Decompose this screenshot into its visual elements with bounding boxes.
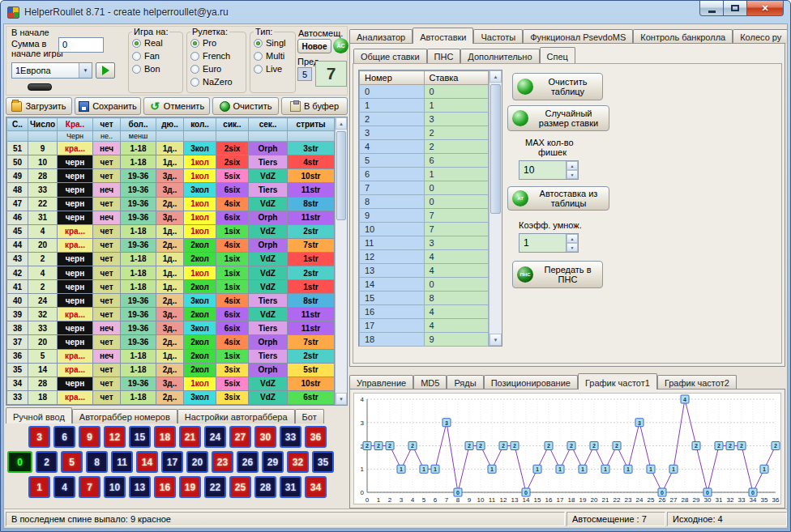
- main-tab-2[interactable]: Частоты: [473, 29, 523, 44]
- board-number-4[interactable]: 4: [53, 476, 75, 498]
- multiplier-input[interactable]: 1 ▲▼: [519, 233, 579, 253]
- board-number-26[interactable]: 26: [237, 451, 259, 473]
- chart-tab-2[interactable]: Ряды: [447, 375, 483, 389]
- radio-dot-icon[interactable]: [254, 39, 263, 48]
- radio-fan[interactable]: Fan: [132, 49, 179, 62]
- history-row[interactable]: 3932кра...чет19-363д..2кол6sixVdZ11str: [7, 308, 335, 321]
- bet-row[interactable]: 32: [360, 126, 489, 140]
- random-bet-size-button[interactable]: Случайный размер ставки: [507, 105, 609, 131]
- history-row[interactable]: 3428чернчет19-363д..1кол5sixVdZ10str: [7, 377, 335, 390]
- radio-french[interactable]: French: [190, 49, 242, 62]
- history-col-header[interactable]: сек..: [249, 118, 288, 131]
- radio-dot-icon[interactable]: [190, 65, 199, 74]
- send-to-pns-button[interactable]: ПНС Передать в ПНС: [512, 261, 603, 288]
- radio-dot-icon[interactable]: [190, 52, 199, 61]
- board-number-28[interactable]: 28: [254, 476, 276, 498]
- board-number-17[interactable]: 17: [161, 451, 183, 473]
- board-number-11[interactable]: 11: [111, 451, 133, 473]
- radio-multi[interactable]: Multi: [254, 49, 292, 62]
- bet-row[interactable]: 70: [360, 181, 489, 195]
- radio-dot-icon[interactable]: [254, 65, 263, 74]
- chart-tab-3[interactable]: Позиционирование: [484, 375, 578, 389]
- bet-row[interactable]: 61: [360, 168, 489, 181]
- board-number-27[interactable]: 27: [229, 426, 251, 448]
- board-number-34[interactable]: 34: [305, 476, 327, 498]
- main-tab-3[interactable]: Функционал PsevdoMS: [523, 29, 633, 44]
- scroll-down-button[interactable]: ▼: [490, 334, 502, 346]
- chart-tab-1[interactable]: MD5: [413, 375, 447, 389]
- scroll-thumb[interactable]: [490, 84, 501, 214]
- main-tab-4[interactable]: Контроль банкролла: [633, 29, 733, 44]
- history-row[interactable]: 4024чернчет19-362д..3кол4sixTiers8str: [7, 294, 335, 308]
- bet-row[interactable]: 140: [360, 278, 489, 292]
- radio-dot-icon[interactable]: [132, 39, 141, 48]
- radio-real[interactable]: Real: [132, 36, 179, 49]
- bets-tab-2[interactable]: Дополнительно: [460, 49, 539, 63]
- bet-row[interactable]: 11: [360, 99, 489, 113]
- board-number-6[interactable]: 6: [53, 426, 75, 448]
- board-number-22[interactable]: 22: [204, 476, 226, 498]
- radio-nazero[interactable]: NaZero: [190, 75, 242, 88]
- radio-singl[interactable]: Singl: [254, 36, 292, 49]
- radio-dot-icon[interactable]: [132, 65, 141, 74]
- history-row[interactable]: 432чернчет1-181д..2кол1sixVdZ1str: [7, 252, 335, 266]
- history-row[interactable]: 4420кра...чет19-362д..2кол4sixOrph7str: [7, 238, 335, 252]
- load-button[interactable]: Загрузить: [6, 97, 72, 115]
- board-number-1[interactable]: 1: [28, 476, 50, 498]
- history-col-header[interactable]: Число: [28, 118, 58, 131]
- input-tab-0[interactable]: Ручной ввод: [6, 407, 72, 423]
- history-col-header[interactable]: С..: [7, 118, 28, 131]
- history-scrollbar[interactable]: ▲ ▼: [335, 117, 347, 405]
- board-number-36[interactable]: 36: [305, 426, 327, 448]
- history-row[interactable]: 3318кра...чет1-182д..3кол3sixVdZ6str: [7, 390, 335, 404]
- main-tab-1[interactable]: Автоставки: [413, 28, 473, 44]
- radio-dot-icon[interactable]: [132, 52, 141, 61]
- history-col-header[interactable]: сик..: [216, 118, 249, 131]
- board-number-35[interactable]: 35: [312, 451, 334, 473]
- radio-dot-icon[interactable]: [190, 78, 199, 87]
- spin-up-icon[interactable]: ▲: [567, 234, 578, 243]
- history-row[interactable]: 365кра...неч1-181д..2кол1sixTiers2str: [7, 349, 335, 363]
- radio-live[interactable]: Live: [254, 62, 292, 75]
- board-number-7[interactable]: 7: [79, 476, 100, 498]
- start-button[interactable]: [96, 62, 115, 79]
- bet-row[interactable]: 107: [360, 223, 489, 236]
- history-row[interactable]: 519кра...неч1-181д..3кол2sixOrph3str: [7, 142, 335, 155]
- bet-row[interactable]: 56: [360, 154, 489, 168]
- bet-col-header[interactable]: Номер: [360, 71, 425, 85]
- board-number-29[interactable]: 29: [262, 451, 284, 473]
- scroll-down-button[interactable]: ▼: [336, 393, 347, 405]
- autobet-from-table-button[interactable]: АТ Автоставка из таблицы: [507, 186, 609, 211]
- bet-col-header[interactable]: Ставка: [424, 71, 489, 85]
- board-number-24[interactable]: 24: [204, 426, 226, 448]
- input-tab-2[interactable]: Настройки автограббера: [177, 409, 295, 423]
- scroll-track[interactable]: [490, 83, 502, 334]
- history-col-header[interactable]: дю..: [156, 118, 184, 131]
- collapse-pill-button[interactable]: [28, 83, 52, 91]
- undo-button[interactable]: ↺Отменить: [143, 97, 210, 115]
- clear-table-button[interactable]: Очистить таблицу: [512, 73, 603, 100]
- board-number-13[interactable]: 13: [129, 476, 151, 498]
- bet-row[interactable]: 42: [360, 140, 489, 154]
- copy-buffer-button[interactable]: В буфер: [281, 97, 348, 115]
- bet-scrollbar[interactable]: ▲ ▼: [489, 70, 502, 346]
- spin-up-icon[interactable]: ▲: [567, 161, 578, 170]
- new-button[interactable]: Новое: [297, 39, 331, 53]
- history-row[interactable]: 3833черннеч19-363д..3кол6sixTiers11str: [7, 321, 335, 335]
- bet-row[interactable]: 174: [360, 319, 489, 333]
- bets-tab-3[interactable]: Спец: [540, 47, 575, 63]
- board-number-14[interactable]: 14: [136, 451, 158, 473]
- bet-row[interactable]: 23: [360, 113, 489, 126]
- history-row[interactable]: 4928чернчет19-363д..1кол5sixVdZ10str: [7, 169, 335, 183]
- input-tab-1[interactable]: Автограббер номеров: [72, 409, 177, 423]
- close-button[interactable]: ✕: [746, 1, 784, 16]
- board-number-32[interactable]: 32: [287, 451, 309, 473]
- spin-down-icon[interactable]: ▼: [567, 243, 578, 252]
- radio-euro[interactable]: Euro: [190, 62, 242, 75]
- max-chips-input[interactable]: 10 ▲▼: [519, 160, 579, 180]
- board-number-5[interactable]: 5: [61, 451, 83, 473]
- board-number-21[interactable]: 21: [179, 426, 201, 448]
- board-number-2[interactable]: 2: [36, 451, 58, 473]
- start-sum-input[interactable]: 0: [58, 37, 104, 53]
- board-number-16[interactable]: 16: [154, 476, 176, 498]
